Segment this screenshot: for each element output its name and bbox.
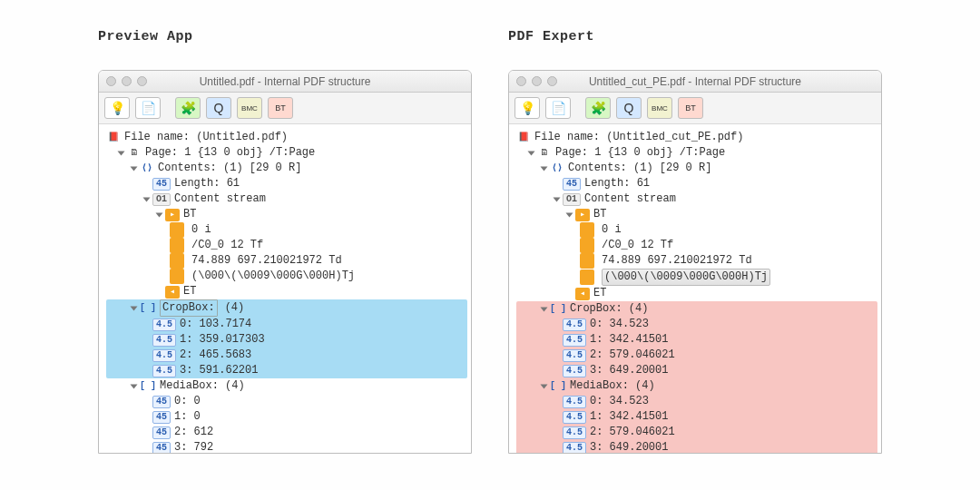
brackets-icon: ⟨⟩: [140, 162, 154, 175]
page-icon[interactable]: 📄: [135, 97, 161, 119]
disclosure-icon[interactable]: [541, 384, 548, 388]
tree-row[interactable]: 4.52: 579.046021: [516, 348, 877, 363]
tree-row-filename[interactable]: 📕File name: (Untitled.pdf): [106, 130, 467, 145]
tree-row[interactable]: 4.50: 34.523: [516, 394, 877, 409]
bt-label: BT: [183, 207, 196, 222]
disclosure-icon[interactable]: [528, 151, 535, 155]
tree-row-page[interactable]: 🗎Page: 1 {13 0 obj} /T:Page: [106, 145, 467, 161]
stream-line: 0 i: [191, 222, 211, 238]
stream-line: 74.889 697.210021972 Td: [191, 253, 342, 269]
disclosure-icon[interactable]: [541, 166, 548, 171]
tree-row-contentstream[interactable]: O1Content stream: [516, 191, 877, 207]
q-icon[interactable]: Q: [616, 97, 642, 119]
disclosure-icon[interactable]: [131, 166, 138, 171]
tree-row-et[interactable]: ◂ET: [516, 286, 877, 301]
tree-row[interactable]: 4.53: 649.20001: [516, 363, 877, 378]
contentstream-label: Content stream: [584, 191, 676, 207]
disclosure-icon[interactable]: [118, 151, 125, 155]
disclosure-icon[interactable]: [131, 306, 138, 310]
puzzle-icon[interactable]: 🧩: [585, 97, 611, 119]
tree-row-cropbox[interactable]: [ ]CropBox:(4): [106, 299, 467, 317]
titlebar[interactable]: Untitled.pdf - Internal PDF structure: [99, 71, 471, 93]
close-icon[interactable]: [106, 76, 116, 86]
q-icon[interactable]: Q: [206, 97, 231, 119]
close-icon[interactable]: [516, 76, 526, 86]
disclosure-icon[interactable]: [566, 212, 573, 217]
tree-row-et[interactable]: ◂ET: [106, 284, 467, 299]
tree-view[interactable]: 📕File name: (Untitled_cut_PE.pdf) 🗎Page:…: [509, 124, 881, 453]
tree-row-mediabox[interactable]: [ ]MediaBox: (4): [516, 378, 877, 394]
brackets-icon: ⟨⟩: [550, 162, 564, 175]
bmc-icon[interactable]: BMC: [647, 97, 672, 119]
mediabox-value: 2: 579.046021: [590, 425, 675, 440]
tree-row-bt[interactable]: ▸BT: [516, 207, 877, 222]
cropbox-value: 3: 649.20001: [590, 363, 668, 378]
disclosure-icon[interactable]: [131, 384, 138, 388]
minimize-icon[interactable]: [122, 76, 132, 86]
tree-row[interactable]: 4.50: 103.7174: [106, 317, 467, 332]
stream-line: /C0_0 12 Tf: [602, 238, 673, 253]
cropbox-count: (4): [225, 300, 245, 316]
tree-row[interactable]: 4.52: 579.046021: [516, 425, 877, 440]
tree-row-mediabox[interactable]: [ ]MediaBox: (4): [106, 378, 467, 394]
file-name-label: File name: (Untitled_cut_PE.pdf): [534, 130, 743, 145]
bt-icon[interactable]: BT: [268, 97, 293, 119]
tree-row[interactable]: 451: 0: [106, 409, 467, 425]
disclosure-icon[interactable]: [156, 212, 163, 217]
zoom-icon[interactable]: [547, 76, 557, 86]
mediabox-label: MediaBox: (4): [570, 378, 655, 394]
window-pdfexpert: Untitled_cut_PE.pdf - Internal PDF struc…: [508, 70, 882, 454]
tree-row[interactable]: 74.889 697.210021972 Td: [516, 253, 877, 269]
tree-row[interactable]: 4.50: 34.523: [516, 317, 877, 332]
tree-row-contents[interactable]: ⟨⟩Contents: (1) [29 0 R]: [106, 161, 467, 176]
tree-row-cropbox[interactable]: [ ]CropBox: (4): [516, 301, 877, 317]
page-icon[interactable]: 📄: [545, 97, 571, 119]
window-title: Untitled_cut_PE.pdf - Internal PDF struc…: [509, 75, 881, 88]
cropbox-value: 0: 103.7174: [180, 317, 251, 332]
titlebar[interactable]: Untitled_cut_PE.pdf - Internal PDF struc…: [509, 71, 881, 93]
tree-row-filename[interactable]: 📕File name: (Untitled_cut_PE.pdf): [516, 130, 877, 145]
stream-bar-icon: [580, 253, 594, 269]
tree-row[interactable]: 452: 612: [106, 425, 467, 440]
tree-row[interactable]: 4.51: 342.41501: [516, 409, 877, 425]
tree-row[interactable]: 4.51: 342.41501: [516, 332, 877, 348]
number-icon: 45: [152, 442, 171, 454]
tree-row[interactable]: 450: 0: [106, 394, 467, 409]
cropbox-label: CropBox: (4): [570, 301, 648, 317]
zoom-icon[interactable]: [137, 76, 147, 86]
tree-row[interactable]: 0 i: [106, 222, 467, 238]
tree-row-contents[interactable]: ⟨⟩Contents: (1) [29 0 R]: [516, 161, 877, 176]
tree-row[interactable]: 4.53: 591.62201: [106, 363, 467, 378]
tree-row[interactable]: 4.52: 465.5683: [106, 348, 467, 363]
stream-bar-icon: [170, 238, 184, 253]
tree-row[interactable]: 0 i: [516, 222, 877, 238]
bt-icon[interactable]: BT: [678, 97, 703, 119]
tree-row-length[interactable]: 45Length: 61: [516, 176, 877, 191]
lightbulb-icon[interactable]: 💡: [514, 97, 540, 119]
tree-row-bt[interactable]: ▸BT: [106, 207, 467, 222]
array-icon: [ ]: [550, 303, 566, 316]
disclosure-icon[interactable]: [143, 197, 151, 201]
tree-row-selected[interactable]: (\000\(\0009\000G\000H)Tj: [516, 269, 877, 286]
tree-row-length[interactable]: 45Length: 61: [106, 176, 467, 191]
puzzle-icon[interactable]: 🧩: [175, 97, 201, 119]
cropbox-value: 3: 591.62201: [180, 363, 258, 378]
tree-row[interactable]: /C0_0 12 Tf: [516, 238, 877, 253]
tree-row-contentstream[interactable]: O1Content stream: [106, 191, 467, 207]
tree-row[interactable]: 453: 792: [106, 440, 467, 453]
disclosure-icon[interactable]: [541, 307, 548, 311]
tree-view[interactable]: 📕File name: (Untitled.pdf) 🗎Page: 1 {13 …: [99, 124, 471, 453]
disclosure-icon[interactable]: [554, 197, 561, 201]
bmc-icon[interactable]: BMC: [237, 97, 262, 119]
tree-row-page[interactable]: 🗎Page: 1 {13 0 obj} /T:Page: [516, 145, 877, 161]
cropbox-value: 0: 34.523: [590, 317, 649, 332]
tree-row[interactable]: 74.889 697.210021972 Td: [106, 253, 467, 269]
tree-row[interactable]: 4.51: 359.017303: [106, 332, 467, 348]
mediabox-label: MediaBox: (4): [160, 378, 245, 394]
minimize-icon[interactable]: [532, 76, 542, 86]
tree-row[interactable]: 4.53: 649.20001: [516, 440, 877, 453]
lightbulb-icon[interactable]: 💡: [104, 97, 130, 119]
tree-row[interactable]: /C0_0 12 Tf: [106, 238, 467, 253]
cropbox-highlight: [ ]CropBox: (4) 4.50: 34.523 4.51: 342.4…: [516, 301, 877, 453]
tree-row[interactable]: (\000\(\0009\000G\000H)Tj: [106, 269, 467, 284]
